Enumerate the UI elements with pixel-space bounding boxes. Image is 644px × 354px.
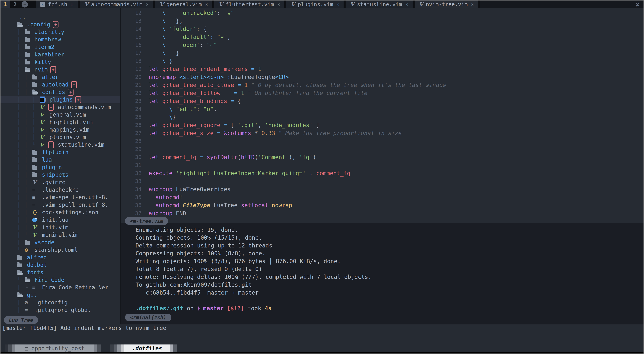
tab-statusline.vim[interactable]: Vstatusline.vim× bbox=[346, 0, 412, 8]
tree-item-.vim-spell-en.utf-8.[interactable]: ││≡.vim-spell-en.utf-8. bbox=[0, 201, 120, 209]
tree-item-fonts[interactable]: fonts bbox=[0, 269, 120, 276]
tree-item-minimal.vim[interactable]: │└Vminimal.vim bbox=[0, 231, 120, 239]
tree-guide: │ bbox=[17, 52, 25, 57]
tree-item-highlight.vim[interactable]: │││Vhighlight.vim bbox=[0, 118, 120, 126]
tree-item-homebrew[interactable]: │homebrew bbox=[0, 36, 120, 43]
tree-item-plugins.vim[interactable]: │││Vplugins.vim bbox=[0, 133, 120, 141]
tree-item-..[interactable]: .. bbox=[0, 13, 120, 21]
tree-item-statusline.vim[interactable]: ││└V+statusline.vim bbox=[0, 141, 120, 148]
tree-guide: │ bbox=[25, 119, 32, 125]
close-all-button[interactable]: ✘ bbox=[632, 0, 644, 8]
tree-item-init.vim[interactable]: ││Vinit.vim bbox=[0, 224, 120, 231]
history-back-button[interactable]: ← bbox=[20, 0, 30, 8]
tab-page-2[interactable]: 2 bbox=[10, 0, 20, 8]
close-tab-icon[interactable]: × bbox=[205, 2, 208, 7]
tree-item-coc-settings.json[interactable]: ││{}coc-settings.json bbox=[0, 209, 120, 216]
close-tab-icon[interactable]: × bbox=[277, 2, 280, 7]
tree-item-git[interactable]: git bbox=[0, 291, 120, 299]
code-token: let bbox=[148, 66, 159, 72]
file-tree-panel[interactable]: ...config+│alacritty│homebrew│iterm2│kar… bbox=[0, 8, 120, 325]
folder-icon bbox=[17, 255, 25, 260]
tree-item-lua[interactable]: ││lua bbox=[0, 156, 120, 163]
segment-gradient bbox=[5, 345, 8, 352]
code-line: 14 │ \ 'folder': { bbox=[121, 25, 644, 33]
tree-item-plugin[interactable]: ││plugin bbox=[0, 163, 120, 171]
tree-item-fira-code-retina-ner[interactable]: │└≡Fira Code Retina Ner bbox=[0, 284, 120, 291]
tree-item-vscode[interactable]: │vscode bbox=[0, 239, 120, 246]
tree-item-alacritty[interactable]: │alacritty bbox=[0, 28, 120, 36]
tree-item-.gitconfig[interactable]: │⚙.gitconfig bbox=[0, 299, 120, 306]
tree-item-general.vim[interactable]: │││Vgeneral.vim bbox=[0, 111, 120, 118]
tree-guide: │ bbox=[25, 74, 32, 80]
cursor-folder-icon bbox=[40, 96, 45, 103]
code-token: [ bbox=[227, 122, 238, 128]
folder-open-icon bbox=[17, 294, 22, 297]
tree-item-plugins[interactable]: │││plugins+ bbox=[0, 96, 120, 103]
tab-nvim-tree.vim[interactable]: Vnvim-tree.vim× bbox=[414, 0, 478, 8]
tree-guide: │ bbox=[25, 164, 32, 170]
folder-open-icon bbox=[32, 90, 40, 94]
tree-item-karabiner[interactable]: │karabiner bbox=[0, 51, 120, 58]
tree-item-starship.toml[interactable]: └⚙starship.toml bbox=[0, 246, 120, 254]
code-token: \ bbox=[169, 114, 172, 120]
code-token: 'untracked' bbox=[166, 9, 217, 16]
terminal-line: Counting objects: 100% (15/15), done. bbox=[136, 234, 644, 242]
tree-guide: │ bbox=[32, 104, 40, 110]
tab-general.vim[interactable]: Vgeneral.vim× bbox=[155, 0, 212, 8]
tree-item-after[interactable]: ││after bbox=[0, 73, 120, 81]
close-tab-icon[interactable]: × bbox=[406, 2, 408, 7]
segment-gradient bbox=[8, 345, 12, 352]
tree-item-.luacheckrc[interactable]: ││≡.luacheckrc bbox=[0, 186, 120, 194]
tree-item-init.lua[interactable]: ││init.lua bbox=[0, 216, 120, 224]
tree-guide: │ bbox=[17, 82, 25, 87]
code-token: │ bbox=[148, 58, 162, 64]
tree-item-nvim[interactable]: │nvim+ bbox=[0, 66, 120, 73]
close-tab-icon[interactable]: × bbox=[336, 2, 340, 7]
code-token: = bbox=[248, 66, 255, 72]
code-token: FileType bbox=[179, 202, 210, 209]
vim-icon: V bbox=[40, 111, 48, 118]
braces-icon: {} bbox=[32, 210, 40, 215]
terminal-token: cb68b54..f1bd4f5 master → master bbox=[136, 289, 259, 296]
editor-buffer[interactable]: 12 │ \ 'untracked': "★"13 │ \ },14 │ \ '… bbox=[121, 8, 644, 223]
tree-item-.config[interactable]: .config+ bbox=[0, 21, 120, 28]
tree-item-autocommands.vim[interactable]: │││V+autocommands.vim bbox=[0, 103, 120, 111]
tree-item-configs[interactable]: ││configs+ bbox=[0, 88, 120, 96]
tab-fzf.sh[interactable]: >_fzf.sh× bbox=[36, 0, 78, 8]
tree-item-.vim-spell-en.utf-8.[interactable]: ││≡.vim-spell-en.utf-8. bbox=[0, 194, 120, 201]
tmux-window-.dotfiles[interactable]: .dotfiles bbox=[110, 345, 177, 352]
close-tab-icon[interactable]: × bbox=[146, 2, 149, 7]
tmux-window-opportunity-cost[interactable]: □ opportunity_cost bbox=[5, 345, 101, 352]
tree-item-ftplugin[interactable]: ││ftplugin bbox=[0, 148, 120, 156]
folder-open-icon bbox=[25, 68, 30, 72]
code-token: , bbox=[227, 33, 230, 40]
tree-guide: │ bbox=[25, 149, 32, 155]
close-tab-icon[interactable]: × bbox=[471, 2, 474, 7]
code-line: 32execute 'highlight LuaTreeIndentMarker… bbox=[121, 169, 644, 177]
terminal-pane[interactable]: Enumerating objects: 15, done.Counting o… bbox=[121, 223, 644, 325]
tree-item-kitty[interactable]: │kitty bbox=[0, 58, 120, 66]
tab-plugins.vim[interactable]: Vplugins.vim× bbox=[286, 0, 344, 8]
tree-item-snippets[interactable]: ││snippets bbox=[0, 171, 120, 179]
tab-page-numbers: 12 bbox=[0, 0, 20, 8]
tree-item-dotbot[interactable]: dotbot bbox=[0, 261, 120, 269]
vim-icon: V bbox=[160, 1, 164, 8]
tree-item-autoload[interactable]: ││autoload+ bbox=[0, 81, 120, 88]
tab-page-1[interactable]: 1 bbox=[0, 0, 10, 8]
tree-item-iterm2[interactable]: │iterm2 bbox=[0, 43, 120, 51]
tree-item-alfred[interactable]: alfred bbox=[0, 254, 120, 261]
close-tab-icon[interactable]: × bbox=[71, 2, 74, 7]
tree-item-label: fonts bbox=[27, 269, 44, 276]
tree-guide: │ bbox=[32, 134, 40, 140]
tab-autocommands.vim[interactable]: Vautocommands.vim× bbox=[80, 0, 153, 8]
tab-fluttertest.vim[interactable]: Vfluttertest.vim× bbox=[214, 0, 284, 8]
tree-item-fira-code[interactable]: └Fira Code bbox=[0, 276, 120, 284]
json-file-icon: {} bbox=[32, 210, 37, 215]
vim-icon: V bbox=[40, 119, 48, 125]
code-token: " On bufEnter find the current file bbox=[244, 90, 368, 96]
code-token: nowrap bbox=[268, 202, 292, 209]
tree-item-.gitignore-global[interactable]: │≡.gitignore_global bbox=[0, 306, 120, 314]
tree-item-.gvimrc[interactable]: ││V.gvimrc bbox=[0, 179, 120, 186]
tree-item-mappings.vim[interactable]: │││Vmappings.vim bbox=[0, 126, 120, 133]
terminal-token: master bbox=[203, 305, 224, 312]
